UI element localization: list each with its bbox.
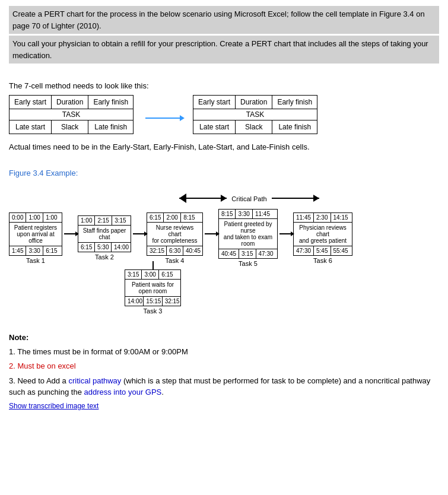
- t2-ef: 3:15: [112, 216, 129, 225]
- t4-lf: 40:45: [183, 246, 202, 255]
- t1-name: Patient registersupon arrival at office: [9, 223, 62, 246]
- t2-slack: 5:30: [95, 243, 112, 252]
- arrow-line: [145, 118, 181, 119]
- right-task: TASK: [193, 109, 317, 120]
- t5-ls: 40:45: [219, 249, 239, 258]
- left-cell-table: Early start Duration Early finish TASK L…: [9, 95, 134, 134]
- left-duration: Duration: [52, 96, 88, 109]
- t2-es: 1:00: [78, 216, 95, 225]
- cell-table-left: Early start Duration Early finish TASK L…: [9, 95, 134, 134]
- left-early-finish: Early finish: [88, 96, 134, 109]
- task3-branch: 3:15 3:00 6:15 Patient waits foropen roo…: [125, 261, 181, 315]
- right-late-finish: Late finish: [272, 120, 317, 134]
- right-cell-table: Early start Duration Early finish TASK L…: [193, 95, 317, 134]
- task3-wrapper: 3:15 3:00 6:15 Patient waits foropen roo…: [125, 269, 181, 315]
- t4-es: 6:15: [147, 213, 164, 222]
- arrow-between-tables: [145, 118, 181, 119]
- left-slack: Slack: [52, 120, 88, 134]
- t6-ls: 47:30: [294, 246, 314, 255]
- t3-ls: 14:00: [125, 297, 144, 306]
- t3-slack: 15:15: [144, 297, 162, 306]
- task5-box: 8:15 3:30 11:45 Patient greeted by nurse…: [218, 209, 278, 259]
- note-1: 1. The times must be in format of 9:00AM…: [9, 346, 439, 358]
- seven-cell-container: Early start Duration Early finish TASK L…: [9, 95, 439, 134]
- t1-lf: 6:15: [43, 246, 60, 255]
- arrow-5-6: [278, 233, 293, 234]
- task3-branch-row: 3:15 3:00 6:15 Patient waits foropen roo…: [119, 261, 442, 315]
- banner2: You call your physician to obtain a refi…: [9, 36, 439, 64]
- task5-wrapper: 8:15 3:30 11:45 Patient greeted by nurse…: [218, 209, 278, 267]
- t1-es: 0:00: [9, 213, 26, 222]
- left-task: TASK: [9, 109, 134, 120]
- arrow-line-5-6: [279, 233, 291, 234]
- critical-path-arrow-left: [179, 192, 227, 204]
- arrow-2-4: [131, 233, 147, 234]
- task4-box: 6:15 2:00 8:15 Nurse reviews chartfor co…: [147, 212, 203, 256]
- arrow-4-5: [203, 233, 218, 234]
- pert-diagram: Critical Path 0:00 1:00 1:00 Patient reg…: [9, 192, 442, 315]
- task6-box: 11:45 2:30 14:15 Physician reviews chart…: [293, 212, 352, 256]
- show-transcribed-link[interactable]: Show transcribed image text: [9, 402, 99, 410]
- main-pert-row: 0:00 1:00 1:00 Patient registersupon arr…: [9, 209, 442, 267]
- t6-es: 11:45: [294, 213, 314, 222]
- task1-wrapper: 0:00 1:00 1:00 Patient registersupon arr…: [9, 212, 62, 264]
- task6-wrapper: 11:45 2:30 14:15 Physician reviews chart…: [293, 212, 352, 264]
- t3-es: 3:15: [125, 270, 142, 279]
- task4-wrapper: 6:15 2:00 8:15 Nurse reviews chartfor co…: [147, 212, 203, 264]
- figure-title: Figure 3.4 Example:: [9, 169, 439, 177]
- arrow-line-4-5: [205, 233, 217, 234]
- t1-slack: 3:30: [26, 246, 43, 255]
- t2-name: Staff finds paper chat: [78, 226, 131, 243]
- t4-ls: 32:15: [147, 246, 167, 255]
- t4-dur: 2:00: [164, 213, 180, 222]
- section-title: The 7-cell method needs to look like thi…: [9, 81, 439, 90]
- t5-dur: 3:30: [236, 210, 252, 218]
- arrow-1-2: [62, 233, 78, 234]
- right-early-start: Early start: [193, 96, 236, 109]
- t1-dur: 1:00: [26, 213, 43, 222]
- critical-path-label: Critical Path: [231, 195, 266, 202]
- t5-name: Patient greeted by nurseand taken to exa…: [219, 219, 277, 249]
- t5-lf: 47:30: [256, 249, 276, 258]
- t5-es: 8:15: [219, 210, 236, 218]
- t2-dur: 2:15: [95, 216, 112, 225]
- right-duration: Duration: [236, 96, 272, 109]
- right-early-finish: Early finish: [272, 96, 317, 109]
- t4-ef: 8:15: [181, 213, 198, 222]
- left-late-start: Late start: [9, 120, 52, 134]
- task2-label: Task 2: [95, 253, 114, 261]
- t6-dur: 2:30: [314, 213, 331, 222]
- t6-slack: 5:45: [314, 246, 331, 255]
- t3-dur: 3:00: [142, 270, 158, 279]
- t6-name: Physician reviews chartand greets patien…: [294, 223, 352, 246]
- left-late-finish: Late finish: [88, 120, 134, 134]
- note-2: 2. Must be on excel: [9, 360, 439, 372]
- t6-ef: 14:15: [331, 213, 351, 222]
- t3-lf: 32:15: [163, 297, 180, 306]
- left-early-start: Early start: [9, 96, 52, 109]
- note3-address: address into your GPS: [84, 388, 161, 396]
- task3-box: 3:15 3:00 6:15 Patient waits foropen roo…: [125, 269, 181, 306]
- note-3: 3. Need to Add a critical pathway (which…: [9, 375, 439, 398]
- banner1: Create a PERT chart for the process in t…: [9, 6, 439, 34]
- t4-name: Nurse reviews chartfor completeness: [147, 223, 202, 246]
- arrow-line-2-4: [133, 233, 145, 234]
- t5-slack: 3:15: [239, 249, 256, 258]
- t2-ls: 6:15: [78, 243, 95, 252]
- cell-table-right: Early start Duration Early finish TASK L…: [193, 95, 317, 134]
- t4-slack: 6:30: [167, 246, 183, 255]
- t1-ls: 1:45: [9, 246, 26, 255]
- task3-down-line: [152, 261, 154, 269]
- task3-horizontal: 3:15 3:00 6:15 Patient waits foropen roo…: [125, 269, 181, 315]
- notes-title: Note:: [9, 332, 439, 344]
- task3-label: Task 3: [144, 307, 163, 315]
- t6-lf: 55:45: [331, 246, 351, 255]
- right-slack: Slack: [236, 120, 272, 134]
- critical-path-arrow-right: [272, 192, 319, 204]
- task1-box: 0:00 1:00 1:00 Patient registersupon arr…: [9, 212, 62, 256]
- pert-rows: 0:00 1:00 1:00 Patient registersupon arr…: [9, 209, 442, 315]
- t1-ef: 1:00: [43, 213, 60, 222]
- t5-ef: 11:45: [253, 210, 272, 218]
- actual-times-note: Actual times need to be in the Early-Sta…: [9, 142, 439, 151]
- task2-wrapper: 1:00 2:15 3:15 Staff finds paper chat 6:…: [78, 215, 131, 261]
